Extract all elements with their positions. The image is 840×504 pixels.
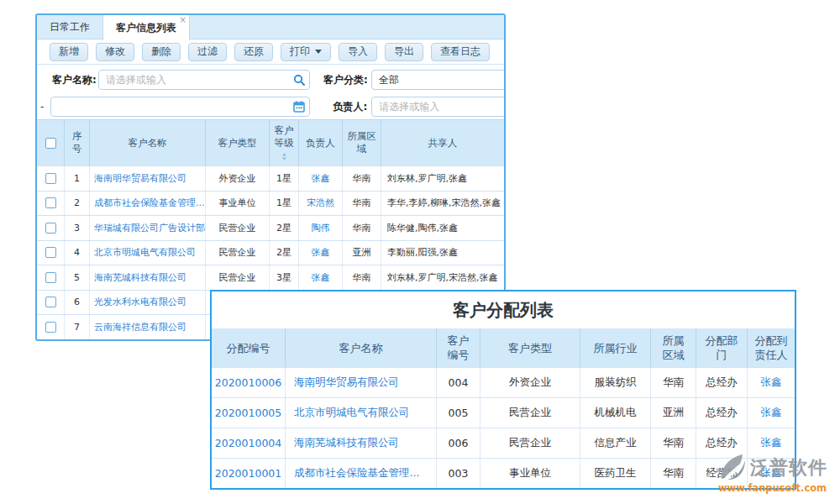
assign-id-link[interactable]: 2020010005 bbox=[215, 407, 282, 419]
assign-id-link[interactable]: 2020010006 bbox=[215, 376, 282, 389]
view-log-button[interactable]: 查看日志 bbox=[431, 43, 490, 61]
person-link[interactable]: 张鑫 bbox=[761, 375, 782, 390]
customer-table-header: 序号 客户名称 客户类型 客户等级 负责人 所属区域 共享人 bbox=[37, 119, 504, 165]
header-owner: 负责人 bbox=[299, 120, 343, 165]
customer-link[interactable]: 云南海祥信息有限公司 bbox=[94, 321, 186, 333]
modify-button[interactable]: 修改 bbox=[96, 43, 134, 61]
header-region: 所属区域 bbox=[651, 328, 696, 367]
import-button[interactable]: 导入 bbox=[339, 43, 377, 61]
row-checkbox[interactable] bbox=[45, 272, 56, 283]
customer-link[interactable]: 海南芜城科技有限公司 bbox=[294, 436, 399, 450]
owner-label: 负责人: bbox=[323, 100, 367, 114]
customer-link[interactable]: 光发水利水电有限公司 bbox=[94, 296, 186, 308]
table-row[interactable]: 2020010001 成都市社会保险基金管理... 003 事业单位 医药卫生 … bbox=[212, 458, 795, 488]
filter-button[interactable]: 过滤 bbox=[188, 43, 227, 61]
customer-link[interactable]: 海南芜城科技有限公司 bbox=[94, 271, 186, 284]
person-link[interactable]: 张鑫 bbox=[761, 436, 782, 450]
row-checkbox[interactable] bbox=[45, 322, 56, 333]
assign-panel-title: 客户分配列表 bbox=[212, 291, 795, 328]
header-customer-type: 客户类型 bbox=[206, 120, 270, 165]
header-customer-name: 客户名称 bbox=[286, 328, 437, 367]
header-region: 所属区域 bbox=[343, 120, 381, 165]
customer-link[interactable]: 北京市明城电气有限公司 bbox=[294, 406, 410, 420]
print-button[interactable]: 打印 bbox=[281, 43, 331, 61]
assign-id-link[interactable]: 2020010004 bbox=[215, 437, 282, 449]
row-checkbox[interactable] bbox=[45, 197, 56, 208]
filter-area: 客户名称: 客户分类: - 负责人: bbox=[37, 65, 504, 119]
restore-button[interactable]: 还原 bbox=[234, 43, 273, 61]
header-customer-level[interactable]: 客户等级 bbox=[270, 120, 299, 165]
person-link[interactable]: 张鑫 bbox=[761, 406, 782, 420]
owner-link[interactable]: 张鑫 bbox=[312, 271, 330, 284]
customer-category-select[interactable] bbox=[371, 70, 506, 90]
table-row[interactable]: 1 海南明华贸易有限公司 外资企业 1星 张鑫 华南 刘东林,罗广明,张鑫 bbox=[37, 165, 504, 191]
toolbar: 新增 修改 删除 过滤 还原 打印 导入 导出 查看日志 bbox=[37, 39, 504, 65]
owner-link[interactable]: 陶伟 bbox=[312, 222, 330, 234]
tab-close-icon[interactable]: × bbox=[180, 16, 186, 24]
table-row[interactable]: 4 北京市明城电气有限公司 民营企业 2星 张鑫 亚洲 李勤丽,阳强,张鑫 bbox=[37, 240, 504, 265]
header-shared: 共享人 bbox=[381, 120, 504, 165]
header-no: 序号 bbox=[65, 120, 90, 165]
owner-link[interactable]: 宋浩然 bbox=[307, 197, 334, 209]
table-row[interactable]: 3 华瑞城有限公司广告设计部 民营企业 2星 陶伟 华南 陈华健,陶伟,张鑫 bbox=[37, 215, 504, 240]
print-dropdown-caret-icon bbox=[315, 50, 322, 54]
date-range-dash: - bbox=[40, 101, 44, 113]
header-industry: 所属行业 bbox=[580, 328, 651, 367]
tab-customer-info-list[interactable]: 客户信息列表 × bbox=[102, 15, 190, 40]
row-checkbox[interactable] bbox=[45, 223, 56, 234]
header-assign-person: 分配到责任人 bbox=[748, 328, 795, 367]
select-all-checkbox[interactable] bbox=[45, 138, 56, 149]
sort-icon[interactable] bbox=[280, 152, 289, 161]
search-icon[interactable] bbox=[293, 74, 305, 86]
customer-link[interactable]: 海南明华贸易有限公司 bbox=[94, 172, 186, 185]
table-row[interactable]: 2020010004 海南芜城科技有限公司 006 民营企业 信息产业 华南 总… bbox=[212, 428, 795, 458]
header-customer-name: 客户名称 bbox=[90, 120, 206, 165]
row-checkbox[interactable] bbox=[45, 247, 56, 258]
watermark: 泛普软件 www.fanpusoft.com bbox=[717, 454, 827, 494]
table-row[interactable]: 2020010006 海南明华贸易有限公司 004 外资企业 服装纺织 华南 总… bbox=[212, 367, 795, 397]
owner-link[interactable]: 张鑫 bbox=[312, 172, 330, 185]
customer-category-label: 客户分类: bbox=[323, 73, 367, 87]
row-checkbox[interactable] bbox=[45, 297, 56, 307]
customer-link[interactable]: 华瑞城有限公司广告设计部 bbox=[94, 222, 205, 234]
export-button[interactable]: 导出 bbox=[385, 43, 423, 61]
watermark-brand: 泛普软件 bbox=[750, 455, 827, 480]
row-checkbox[interactable] bbox=[45, 173, 56, 184]
calendar-icon[interactable] bbox=[293, 101, 305, 113]
customer-name-label: 客户名称: bbox=[52, 73, 98, 87]
add-button[interactable]: 新增 bbox=[50, 43, 88, 61]
table-row[interactable]: 2 成都市社会保险基金管理... 事业单位 1星 宋浩然 华南 李华,李婷,柳琳… bbox=[37, 191, 504, 216]
table-row[interactable]: 5 海南芜城科技有限公司 民营企业 3星 张鑫 华南 刘东林,罗广明,宋浩然,张… bbox=[37, 265, 504, 290]
table-row[interactable]: 2020010005 北京市明城电气有限公司 005 民营企业 机械机电 亚洲 … bbox=[212, 397, 795, 428]
customer-assign-panel: 客户分配列表 分配编号 客户名称 客户编号 客户类型 所属行业 所属区域 分配部… bbox=[210, 290, 796, 490]
tab-bar: 日常工作 客户信息列表 × bbox=[37, 15, 504, 39]
customer-name-input[interactable] bbox=[98, 70, 310, 90]
header-customer-type: 客户类型 bbox=[480, 328, 580, 367]
customer-link[interactable]: 成都市社会保险基金管理... bbox=[94, 197, 205, 209]
fanpu-logo-icon bbox=[717, 454, 749, 482]
tab-daily-work[interactable]: 日常工作 bbox=[37, 15, 102, 39]
customer-link[interactable]: 海南明华贸易有限公司 bbox=[294, 375, 399, 390]
delete-button[interactable]: 删除 bbox=[142, 43, 181, 61]
owner-link[interactable]: 张鑫 bbox=[312, 246, 330, 259]
header-assign-dept: 分配部门 bbox=[696, 328, 748, 367]
watermark-url: www.fanpusoft.com bbox=[718, 482, 827, 494]
customer-link[interactable]: 北京市明城电气有限公司 bbox=[94, 246, 196, 259]
assign-id-link[interactable]: 2020010001 bbox=[215, 467, 282, 480]
owner-input[interactable] bbox=[371, 97, 506, 117]
header-assign-id: 分配编号 bbox=[212, 328, 286, 367]
customer-link[interactable]: 成都市社会保险基金管理... bbox=[294, 466, 419, 480]
date-input[interactable] bbox=[50, 97, 310, 117]
assign-table-header: 分配编号 客户名称 客户编号 客户类型 所属行业 所属区域 分配部门 分配到责任… bbox=[212, 328, 795, 367]
header-customer-code: 客户编号 bbox=[437, 328, 480, 367]
